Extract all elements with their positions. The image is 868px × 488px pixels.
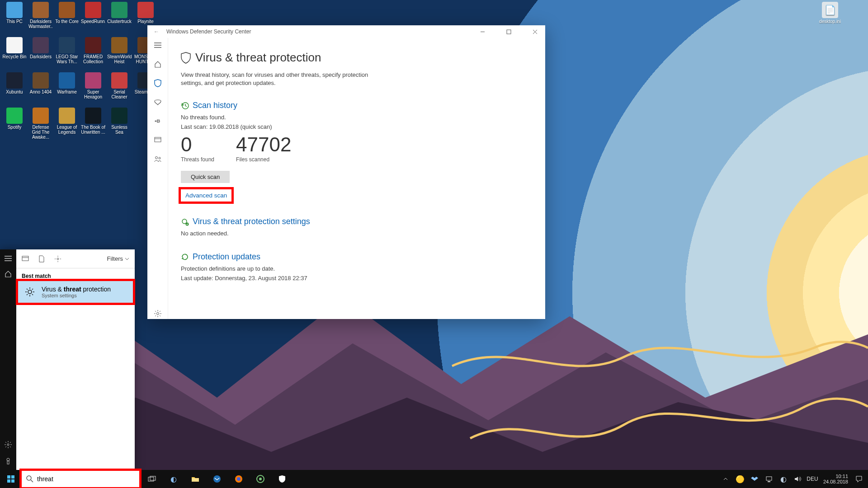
threats-found-label: Threats found <box>181 156 214 163</box>
gear-icon <box>24 286 36 298</box>
svg-point-36 <box>7 458 9 461</box>
back-button[interactable]: ← <box>152 28 161 35</box>
scope-apps-icon[interactable] <box>22 256 29 262</box>
search-rail <box>0 249 16 470</box>
tray-network-icon[interactable] <box>763 470 775 488</box>
scope-documents-icon[interactable] <box>39 255 44 263</box>
vtp-settings-section: Virus & threat protection settings No ac… <box>181 217 529 237</box>
start-button[interactable] <box>0 470 22 488</box>
nav-family-icon[interactable] <box>151 154 165 164</box>
rail-hamburger-icon[interactable] <box>5 256 12 261</box>
protection-updates-link[interactable]: Protection updates <box>193 252 260 262</box>
minimize-button[interactable] <box>472 25 493 38</box>
svg-rect-1 <box>507 30 511 34</box>
shield-icon <box>181 52 191 64</box>
desktop-icon[interactable]: FRAMED Collection <box>80 37 106 71</box>
scope-settings-icon[interactable] <box>54 255 61 263</box>
desktop-icon[interactable]: Darksiders <box>28 37 53 71</box>
desktop-icon[interactable]: Recycle Bin <box>2 37 27 71</box>
history-icon <box>181 102 189 110</box>
svg-point-65 <box>237 477 241 481</box>
vtp-settings-link[interactable]: Virus & threat protection settings <box>193 217 310 226</box>
svg-rect-60 <box>148 477 154 481</box>
taskbar-app-green[interactable] <box>250 470 271 488</box>
settings-check-icon <box>181 218 189 226</box>
desktop-icon[interactable]: League of Legends <box>54 108 80 142</box>
desktop-icon[interactable]: SteamWorld Heist <box>107 37 132 71</box>
action-center-icon[interactable] <box>853 470 865 488</box>
window-titlebar[interactable]: ← Windows Defender Security Center <box>147 25 545 38</box>
svg-point-58 <box>27 476 31 480</box>
tray-chevron-icon[interactable] <box>719 470 732 488</box>
taskbar-firefox[interactable] <box>228 470 250 488</box>
desktop-icon[interactable]: Super Hexagon <box>80 72 106 107</box>
files-scanned-value: 47702 <box>236 135 291 155</box>
desktop-icon[interactable]: The Book of Unwritten ... <box>80 108 106 142</box>
nav-home-icon[interactable] <box>151 59 165 70</box>
svg-line-34 <box>10 442 11 443</box>
scan-history-section: Scan history No threats found. Last scan… <box>181 101 529 202</box>
scan-history-link[interactable]: Scan history <box>193 101 237 110</box>
rail-home-icon[interactable] <box>5 270 12 277</box>
files-scanned-label: Files scanned <box>236 156 291 163</box>
hamburger-icon[interactable] <box>151 40 165 51</box>
desktop-icon-desktop-ini[interactable]: 📄 desktop.ini <box>817 2 843 24</box>
svg-rect-38 <box>22 256 28 261</box>
svg-line-52 <box>32 289 33 290</box>
desktop-icon[interactable]: Spotify <box>2 108 27 142</box>
desktop-icon[interactable]: Clustertruck <box>107 2 132 36</box>
maximize-button[interactable] <box>498 25 519 38</box>
page-title: Virus & threat protection <box>195 51 321 65</box>
nav-firewall-icon[interactable] <box>151 116 165 127</box>
desktop-icon[interactable]: Warframe <box>54 72 80 107</box>
svg-line-33 <box>10 446 11 447</box>
svg-line-53 <box>27 294 28 295</box>
page-description: View threat history, scan for viruses an… <box>181 71 371 87</box>
search-result-vtp[interactable]: Virus & threat protection System setting… <box>18 281 133 303</box>
nav-app-icon[interactable] <box>151 135 165 145</box>
tray-language[interactable]: DEU <box>806 470 819 488</box>
task-view-button[interactable] <box>141 470 163 488</box>
svg-rect-68 <box>766 477 772 480</box>
rail-feedback-icon[interactable] <box>5 457 12 465</box>
taskbar-search-input[interactable] <box>37 475 135 483</box>
desktop-icon[interactable]: Xubuntu <box>2 72 27 107</box>
nav-virus-icon[interactable] <box>151 78 165 89</box>
desktop-icon[interactable]: This PC <box>2 2 27 36</box>
tray-clock[interactable]: 10:11 24.08.2018 <box>821 474 851 484</box>
taskbar-explorer[interactable] <box>184 470 206 488</box>
desktop-icon[interactable]: Darksiders Warmaster... <box>28 2 53 36</box>
nav-account-icon[interactable] <box>151 97 165 108</box>
svg-rect-37 <box>7 461 9 464</box>
last-update-text: Last update: Donnerstag, 23. August 2018… <box>181 275 529 282</box>
svg-line-20 <box>155 315 156 316</box>
tray-dropbox-icon[interactable] <box>748 470 761 488</box>
desktop-icon[interactable]: Sunless Sea <box>107 108 132 142</box>
svg-rect-56 <box>7 479 10 483</box>
taskbar-search-box[interactable] <box>22 471 139 487</box>
svg-point-11 <box>159 157 160 159</box>
filters-dropdown[interactable]: Filters <box>107 255 129 262</box>
close-button[interactable] <box>524 25 545 38</box>
desktop-icon[interactable]: SpeedRunn... <box>80 2 106 36</box>
desktop-icon[interactable]: Serial Cleaner <box>107 72 132 107</box>
chevron-down-icon <box>125 258 129 260</box>
taskbar-thunderbird[interactable] <box>206 470 228 488</box>
search-scope-bar: Filters <box>16 249 135 268</box>
nav-settings-icon[interactable] <box>151 308 165 319</box>
taskbar: ◐ 🟡 ◐ DEU 10:11 <box>0 470 868 488</box>
tray-steam-icon[interactable]: ◐ <box>777 470 790 488</box>
taskbar-defender[interactable] <box>271 470 293 488</box>
advanced-scan-link[interactable]: Advanced scan <box>181 189 231 202</box>
quick-scan-button[interactable]: Quick scan <box>181 171 230 183</box>
rail-settings-icon[interactable] <box>5 441 12 448</box>
desktop-icon[interactable]: Defense Grid The Awake... <box>28 108 53 142</box>
svg-rect-55 <box>11 475 14 479</box>
desktop-icon[interactable]: To the Core <box>54 2 80 36</box>
desktop-icon[interactable]: LEGO Star Wars Th... <box>54 37 80 71</box>
tray-volume-icon[interactable] <box>792 470 804 488</box>
tray-weather-icon[interactable]: 🟡 <box>734 470 746 488</box>
taskbar-steam[interactable]: ◐ <box>163 470 184 488</box>
desktop-icon[interactable]: Anno 1404 <box>28 72 53 107</box>
svg-line-50 <box>27 289 28 290</box>
